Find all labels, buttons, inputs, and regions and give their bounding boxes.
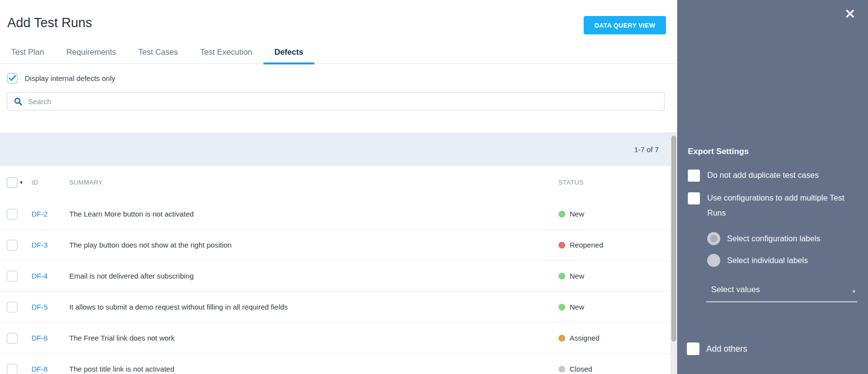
column-header-id: ID [31,179,38,186]
defect-id-link[interactable]: DF-6 [31,334,47,342]
defect-summary: The post title link is not activated [69,365,174,373]
status-dot [558,304,565,311]
defect-summary: The Free Trial link does not work [69,334,175,342]
tab-test-execution[interactable]: Test Execution [189,47,263,63]
check-icon [9,75,16,81]
defect-summary: It allows to submit a demo request witho… [69,303,288,311]
export-settings-panel: ✕ Export Settings Do not add duplicate t… [677,0,868,374]
status-label: New [570,272,584,280]
column-header-status: STATUS [558,179,584,186]
table-row: DF-8 The post title link is not activate… [0,354,677,374]
tab-defects[interactable]: Defects [264,47,315,63]
select-values-dropdown[interactable]: Select values ▾ [706,285,857,302]
use-configurations-checkbox[interactable] [688,192,700,204]
search-icon [14,97,22,106]
configuration-labels-label: Select configuration labels [727,234,821,243]
use-configurations-option: Use configurations to add multiple Test … [688,192,852,220]
defects-table-body: DF-2 The Learn More button is not activa… [0,199,677,374]
no-duplicates-checkbox[interactable] [688,170,700,182]
defect-summary: The Learn More button is not activated [69,210,194,218]
status-label: Assigned [570,334,600,342]
display-internal-defects-checkbox[interactable] [7,73,17,83]
row-checkbox[interactable] [7,240,17,250]
close-icon[interactable]: ✕ [844,8,855,21]
defect-id-link[interactable]: DF-5 [31,303,47,311]
status-label: Reopened [570,241,603,249]
status-label: New [570,210,584,218]
configuration-labels-option: Select configuration labels [707,232,821,245]
search-box [7,92,665,110]
status-label: Closed [570,365,592,373]
table-row: DF-3 The play button does not show at th… [0,230,677,261]
select-values-label: Select values [711,285,760,294]
table-scrollbar[interactable] [670,132,677,374]
row-checkbox[interactable] [7,209,17,219]
no-duplicates-option: Do not add duplicate test cases [688,170,819,183]
defect-id-link[interactable]: DF-8 [31,365,47,373]
table-row: DF-2 The Learn More button is not activa… [0,199,677,230]
chevron-down-icon: ▾ [852,288,855,295]
column-header-summary: SUMMARY [69,179,103,186]
table-row: DF-6 The Free Trial link does not work A… [0,323,677,354]
row-checkbox[interactable] [7,302,17,312]
status-label: New [570,303,584,311]
tab-requirements[interactable]: Requirements [55,47,127,63]
use-configurations-label: Use configurations to add multiple Test … [707,190,852,220]
sidebar-footer: Add others [687,343,861,355]
tab-test-plan[interactable]: Test Plan [0,47,55,63]
row-checkbox[interactable] [7,333,17,343]
row-checkbox[interactable] [7,271,17,281]
main-panel: Add Test Runs DATA QUERY VIEW Test Plan … [0,0,677,374]
status-dot [558,366,565,373]
internal-defects-label: Display internal defects only [25,74,115,82]
add-others-checkbox[interactable] [687,343,699,355]
table-toolbar-band: 1-7 of 7 [0,132,677,166]
internal-defects-filter: Display internal defects only [7,73,115,83]
table-row: DF-4 Email is not delivered after subscr… [0,261,677,292]
defect-id-link[interactable]: DF-4 [31,272,47,280]
status-dot [558,211,565,218]
select-all-checkbox[interactable] [7,177,17,188]
search-input[interactable] [27,97,664,106]
row-checkbox[interactable] [7,364,17,374]
defect-id-link[interactable]: DF-3 [31,241,47,249]
individual-labels-label: Select individual labels [727,256,808,265]
add-test-runs-screen: Add Test Runs DATA QUERY VIEW Test Plan … [0,0,868,374]
status-dot [558,273,565,280]
pagination-label: 1-7 of 7 [634,145,659,154]
select-all-caret-icon[interactable]: ▾ [20,179,23,186]
status-dot [558,242,565,249]
table-row: DF-5 It allows to submit a demo request … [0,292,677,323]
defect-id-link[interactable]: DF-2 [31,210,47,218]
individual-labels-radio[interactable] [707,254,720,267]
radio-dot [710,235,717,242]
data-query-view-button[interactable]: DATA QUERY VIEW [584,16,666,34]
table-header-row: ▾ ID SUMMARY STATUS [0,166,677,199]
tab-bar: Test Plan Requirements Test Cases Test E… [0,43,677,64]
export-settings-title: Export Settings [688,147,749,156]
defect-summary: Email is not delivered after subscribing [69,272,194,280]
tab-test-cases[interactable]: Test Cases [127,47,189,63]
scrollbar-thumb[interactable] [671,136,676,342]
defect-summary: The play button does not show at the rig… [69,241,232,249]
status-dot [558,335,565,342]
no-duplicates-label: Do not add duplicate test cases [707,168,819,183]
configuration-labels-radio[interactable] [707,232,720,245]
page-title: Add Test Runs [7,16,92,31]
add-others-label: Add others [706,344,747,354]
individual-labels-option: Select individual labels [707,254,808,267]
